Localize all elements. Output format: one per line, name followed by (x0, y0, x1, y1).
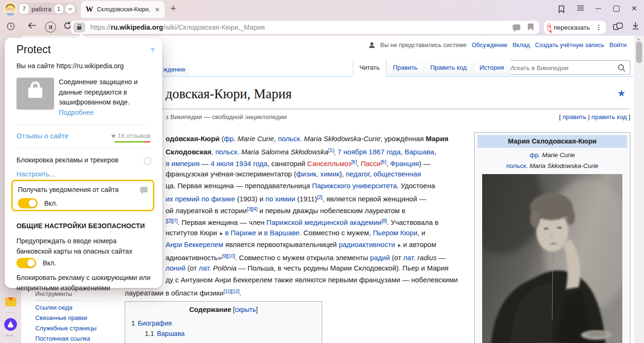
url-text[interactable]: https://ru.wikipedia.org/wiki/Склодовска… (90, 21, 265, 34)
wiki-link[interactable]: лоний (166, 264, 185, 272)
card-warning-toggle[interactable] (16, 258, 36, 268)
browser-tab[interactable]: W Склодовская-Кюри, Ма ✕ (81, 1, 165, 18)
pl-label-link[interactable]: польск. (506, 162, 528, 169)
toc-hide-link[interactable]: скрыть (235, 306, 256, 313)
configure-link[interactable]: Настроить... (16, 170, 55, 178)
yandex-button-icon[interactable]: Я (45, 22, 56, 32)
toc-link[interactable]: Варшава (157, 330, 184, 337)
wiki-link[interactable]: Парижского университета (312, 182, 397, 190)
wiki-link[interactable]: Санселльмоз (307, 160, 351, 168)
notifications-toggle[interactable] (18, 198, 38, 208)
downloads-icon[interactable] (632, 22, 639, 32)
wiki-link[interactable]: общественная (374, 170, 421, 178)
toc-item-1[interactable]: 1Биография (131, 318, 322, 328)
wiki-link[interactable]: [fr] (351, 159, 357, 165)
wiki-link[interactable]: [8] (382, 218, 387, 223)
protect-help-link[interactable]: ? (151, 47, 154, 54)
minimize-button[interactable] (596, 8, 601, 9)
wiki-link[interactable]: 7 ноября (338, 148, 367, 156)
wiki-link[interactable]: [11][12] (223, 288, 239, 294)
bookmarks-panel-icon[interactable] (558, 5, 565, 15)
alice-assistant-icon[interactable] (4, 318, 17, 331)
wiki-link[interactable]: по химии (265, 195, 295, 203)
close-button[interactable]: ✕ (631, 4, 637, 13)
wiki-link[interactable]: лат. (403, 254, 415, 262)
tab-править[interactable]: Править (386, 60, 424, 76)
wiki-link[interactable]: физик (296, 170, 317, 178)
tab-discussion-partial[interactable]: ждение (162, 61, 190, 77)
portrait-photo[interactable] (482, 174, 622, 343)
wiki-link[interactable]: химик (320, 170, 340, 178)
wiki-link[interactable]: [1] (328, 147, 334, 153)
wiki-link[interactable]: 4 июля (211, 160, 234, 168)
page-scrollbar[interactable]: ▲ (634, 36, 644, 343)
tab-править-код[interactable]: Править код (424, 60, 473, 76)
retell-button[interactable]: ❛❛ пересказать ⋮ (544, 21, 606, 34)
tab-читать[interactable]: Читать (353, 60, 386, 77)
wiki-link[interactable]: [fr] (381, 159, 386, 165)
search-input[interactable] (509, 62, 614, 74)
wiki-link[interactable]: [2] (317, 194, 322, 200)
wiki-link[interactable]: Парижской медицинской академии (266, 218, 382, 226)
wiki-link[interactable]: Франция (390, 160, 419, 168)
wiki-link[interactable]: радий (370, 254, 390, 262)
wiki-link[interactable]: их премий по физике (166, 195, 235, 203)
wiki-link[interactable]: я империя (166, 160, 199, 168)
site-reviews-link[interactable]: Отзывы о сайте (16, 132, 69, 140)
search-icon[interactable] (618, 64, 626, 74)
sidebar-link-1[interactable]: Связанные правки (35, 315, 110, 321)
personal-link-2[interactable]: Создать учётную запись (535, 41, 604, 48)
retell-menu-icon[interactable]: ⋮ (596, 24, 602, 31)
wiki-link[interactable]: ][2][7] (166, 218, 177, 223)
sidebar-link-3[interactable]: Постоянная ссылка (35, 335, 110, 342)
wiki-link[interactable]: лат. (199, 264, 211, 272)
bookmark-icon[interactable] (528, 24, 533, 31)
tab-история[interactable]: История (473, 60, 510, 76)
edit-link[interactable]: править (563, 113, 586, 120)
wiki-link[interactable]: педагог (346, 170, 369, 178)
menu-icon[interactable] (577, 5, 584, 13)
new-tab-button[interactable]: + (170, 2, 176, 15)
sidebar-link-2[interactable]: Служебные страницы (35, 325, 110, 332)
details-link[interactable]: Подробнее (59, 109, 94, 116)
wiki-link[interactable]: [3][4] (247, 206, 258, 212)
wiki-link[interactable]: Пьером Кюри (373, 229, 418, 237)
wiki-link[interactable]: [9][10] (222, 253, 235, 259)
personal-link-1[interactable]: Вклад (512, 41, 530, 48)
edit-code-link[interactable]: править код (591, 113, 627, 120)
wiki-link[interactable]: радиоактивности (339, 240, 395, 248)
extensions-icon[interactable] (613, 23, 623, 32)
comment-icon[interactable] (513, 24, 520, 30)
scrollbar-thumb[interactable] (636, 41, 642, 63)
personal-link-3[interactable]: Войти (610, 41, 627, 48)
wiki-link[interactable]: фр. (224, 135, 236, 143)
tab-close-icon[interactable]: ✕ (155, 6, 160, 13)
back-arrow-icon[interactable] (27, 22, 37, 31)
wiki-link[interactable]: польск. (215, 148, 239, 156)
toc-item-1.1[interactable]: 1.1Варшава (145, 328, 322, 339)
watch-star-icon[interactable]: ★ (617, 88, 626, 99)
mail-icon[interactable] (5, 297, 16, 306)
sidebar-more-icon[interactable]: ••• (6, 333, 14, 338)
wiki-link[interactable]: польск. (278, 135, 302, 143)
wiki-link[interactable]: Варшава (405, 148, 434, 156)
chevron-down-icon[interactable] (65, 4, 75, 14)
profile-avatar[interactable] (4, 2, 17, 16)
maximize-button[interactable] (613, 6, 620, 12)
wiki-link[interactable]: 1934 года (236, 160, 268, 168)
site-lock-icon[interactable] (73, 22, 85, 32)
fr-label-link[interactable]: фр. (530, 152, 540, 159)
wiki-link[interactable]: 1867 года (369, 148, 401, 156)
sidebar-link-0[interactable]: Ссылки сюда (35, 304, 110, 311)
scroll-up-arrow[interactable]: ▲ (637, 37, 640, 40)
tab-group[interactable]: 7 работа 1 (18, 3, 76, 15)
wiki-search-box[interactable] (504, 60, 630, 75)
wiki-link[interactable]: Пасси (361, 160, 381, 168)
wiki-link[interactable]: Анри Беккерелем (166, 240, 223, 248)
personal-link-0[interactable]: Обсуждение (472, 41, 508, 48)
wiki-link[interactable]: в Париже (225, 229, 256, 237)
wiki-link[interactable]: в Варшаве (264, 229, 299, 237)
history-clock-icon[interactable] (7, 22, 15, 32)
toc-link[interactable]: Биография (138, 319, 172, 327)
address-bar[interactable]: https://ru.wikipedia.org/wiki/Склодовска… (71, 21, 539, 34)
